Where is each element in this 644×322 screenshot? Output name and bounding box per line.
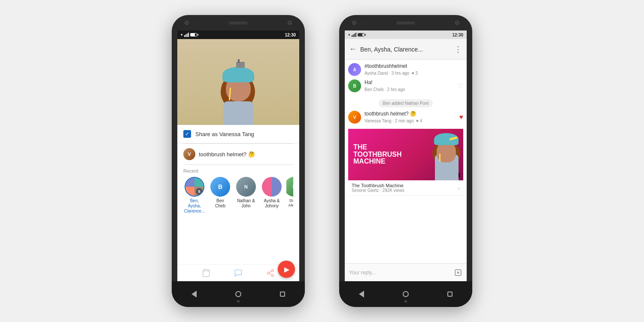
- phone1-wifi-icon: ▾: [181, 33, 183, 37]
- svg-point-2: [267, 272, 269, 274]
- video-channel: Simone Giertz: [352, 188, 379, 193]
- aysha-meta: Aysha Dand · 3 hrs ago ♥ 3: [365, 71, 463, 76]
- phone1-home-btn[interactable]: [234, 289, 243, 299]
- back-arrow-icon[interactable]: ←: [349, 45, 357, 54]
- collage-2: [194, 178, 204, 187]
- phone1-dot: [237, 300, 240, 303]
- conversation-title: Ben, Aysha, Clarence...: [360, 46, 451, 53]
- phone2-signal-icon: [352, 33, 356, 37]
- video-info-sub: Simone Giertz · 292K views: [352, 188, 458, 193]
- collage-1: [185, 178, 194, 187]
- contact-avatar-nathan: N: [236, 177, 256, 197]
- phone2-wifi-icon: ▾: [348, 33, 350, 37]
- checkmark-icon: ✓: [185, 131, 189, 137]
- phone2-nav-bar: [339, 281, 472, 307]
- contact-item-stace[interactable]: S StaceAleja...: [286, 177, 293, 214]
- share-icon-bottom[interactable]: [265, 268, 276, 278]
- message-preview-text: toothbrush helmet? 🤔: [199, 151, 255, 158]
- contact-item-ben[interactable]: B BenCheb: [209, 177, 231, 214]
- vanessa-heart-icon[interactable]: ♥: [459, 113, 464, 121]
- phone2-camera-right: [455, 21, 459, 25]
- phone1-recent-section: Recent 8 Ben, Aysha: [177, 165, 299, 216]
- more-options-icon[interactable]: ⋮: [454, 45, 462, 54]
- phone2-camera-left: [352, 21, 356, 25]
- svg-point-1: [271, 269, 273, 271]
- video-thumbnail: THETOOTHBRUSHMACHINE: [348, 129, 463, 180]
- aysha-avatar: A: [348, 63, 361, 76]
- phone1-message-preview: V toothbrush helmet? 🤔: [177, 144, 299, 164]
- ben-meta: Ben Cheb · 2 hrs ago: [365, 87, 454, 92]
- chat-msg-ben: B Ha! Ben Cheb · 2 hrs ago ♡: [348, 79, 463, 92]
- svg-line-4: [269, 273, 272, 275]
- phone1-speaker: [229, 21, 248, 24]
- phone1-video-area: [177, 39, 299, 125]
- contact-name-ben: BenCheb: [215, 198, 225, 209]
- aysha-text: #toothbrushhelmet: [365, 63, 463, 70]
- chat-msg-vanessa: V toothbrush helmet? 🤔 Vanessa Tang · 2 …: [348, 111, 463, 124]
- collage-3: [185, 187, 194, 196]
- phone2-back-btn[interactable]: [357, 289, 366, 299]
- phone1-share-header[interactable]: ✓ Share as Vanessa Tang: [177, 125, 299, 143]
- contact-avatar-aysha: [262, 177, 282, 197]
- phone2-status-bar: ▾ 12:30: [345, 30, 467, 39]
- phone1-battery-icon: [190, 33, 197, 36]
- reply-placeholder[interactable]: Your reply...: [349, 270, 454, 276]
- group-badge: 8: [196, 188, 203, 195]
- send-arrow-icon: ▶: [284, 265, 289, 273]
- phone2-video-card: THETOOTHBRUSHMACHINE: [348, 129, 463, 196]
- vanessa-avatar-small: V: [183, 148, 195, 160]
- video-info-row[interactable]: The Toothbrush Machine Simone Giertz · 2…: [348, 180, 463, 196]
- cart-icon[interactable]: [201, 268, 211, 278]
- phone2-dot: [404, 300, 407, 303]
- ben-heart-icon[interactable]: ♡: [457, 82, 463, 90]
- phone2-status-time: 12:30: [452, 33, 463, 37]
- ben-content: Ha! Ben Cheb · 2 hrs ago: [365, 79, 454, 92]
- recent-contacts-list: 8 Ben, Aysha,Clarence... B BenCheb N Nat…: [183, 177, 293, 214]
- phone1-signal-icon: [184, 33, 189, 37]
- phone1-back-btn[interactable]: [189, 289, 199, 299]
- phone1-status-time: 12:30: [285, 33, 296, 37]
- system-message: Ben added Nathan Punt: [379, 99, 433, 107]
- phone2-status-icons: ▾: [348, 33, 365, 37]
- svg-line-5: [269, 271, 272, 272]
- phone1-nav-bar: [172, 281, 305, 307]
- contact-name-nathan: Nathan & John: [235, 198, 257, 209]
- phone2-app-header: ← Ben, Aysha, Clarence... ⋮: [345, 39, 467, 60]
- phone2-recents-btn[interactable]: [445, 289, 455, 299]
- contact-avatar-stace: S: [286, 177, 293, 197]
- vanessa-avatar: V: [348, 111, 361, 124]
- contact-item-nathan[interactable]: N Nathan & John: [235, 177, 257, 214]
- phone1-recents-btn[interactable]: [278, 289, 287, 299]
- vanessa-meta: Vanessa Tang · 2 min ago ♥ 4: [365, 118, 456, 123]
- video-info-text: The Toothbrush Machine Simone Giertz · 2…: [352, 183, 458, 193]
- send-fab[interactable]: ▶: [278, 261, 295, 278]
- recent-label: Recent: [183, 168, 293, 173]
- phone1-status-icons: ▾: [181, 33, 197, 37]
- contact-item-group[interactable]: 8 Ben, Aysha,Clarence...: [183, 177, 206, 214]
- contact-name-group: Ben, Aysha,Clarence...: [183, 198, 206, 214]
- phone2-speaker: [396, 21, 415, 24]
- chat-msg-aysha: A #toothbrushhelmet Aysha Dand · 3 hrs a…: [348, 63, 463, 76]
- phone-1: ▾ 12:30: [172, 15, 305, 307]
- share-checkbox[interactable]: ✓: [183, 130, 191, 138]
- reply-attach-icon[interactable]: [454, 268, 462, 277]
- ben-avatar: B: [348, 79, 361, 92]
- vanessa-content: toothbrush helmet? 🤔 Vanessa Tang · 2 mi…: [365, 111, 456, 123]
- phone1-share-sheet: ✓ Share as Vanessa Tang V toothbrush hel…: [177, 125, 299, 281]
- contact-item-aysha[interactable]: Aysha &Johnny: [261, 177, 283, 214]
- contact-name-stace: StaceAleja...: [288, 198, 293, 208]
- phone1-camera-left: [185, 21, 189, 25]
- phone1-camera-right: [288, 21, 292, 25]
- phone2-home-btn[interactable]: [401, 289, 410, 299]
- contact-avatar-group: 8: [185, 177, 204, 197]
- phone1-status-bar: ▾ 12:30: [177, 30, 299, 39]
- phone2-chat-area: A #toothbrushhelmet Aysha Dand · 3 hrs a…: [345, 60, 467, 263]
- phone1-screen: ▾ 12:30: [177, 30, 299, 281]
- quote-icon[interactable]: [233, 268, 243, 278]
- phone-2: ▾ 12:30 ← Ben, Aysha, Clarence... ⋮: [339, 15, 472, 307]
- contact-avatar-ben: B: [210, 177, 230, 197]
- ben-text: Ha!: [365, 79, 454, 86]
- phone2-screen: ▾ 12:30 ← Ben, Aysha, Clarence... ⋮: [345, 30, 467, 281]
- phone2-reply-bar[interactable]: Your reply...: [345, 263, 467, 281]
- share-label: Share as Vanessa Tang: [195, 131, 254, 137]
